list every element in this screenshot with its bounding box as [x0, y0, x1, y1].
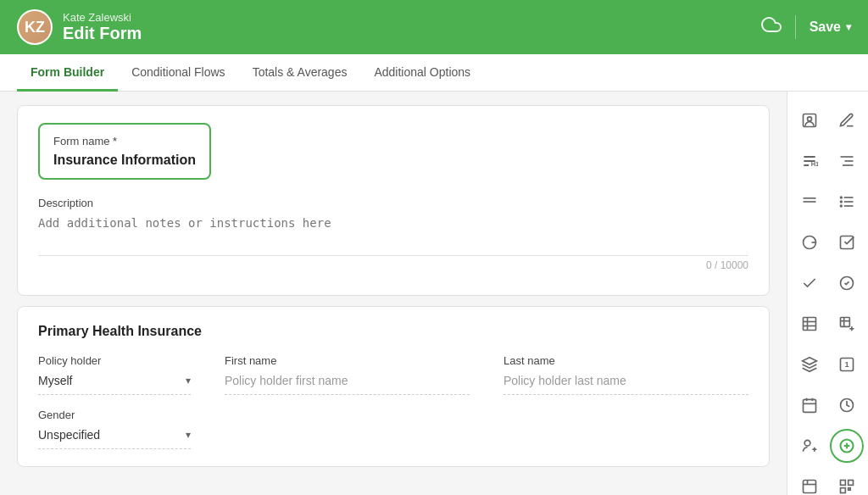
main-layout: Form name * Insurance Information Descri…: [0, 92, 868, 495]
sidebar-row-7: 1: [793, 346, 864, 383]
last-name-input[interactable]: Policy holder last name: [504, 374, 748, 395]
number-icon-button[interactable]: 1: [830, 348, 864, 381]
list-icon-button[interactable]: [830, 185, 864, 219]
tab-totals-averages[interactable]: Totals & Averages: [239, 55, 361, 92]
align-right-icon-button[interactable]: [830, 144, 864, 178]
gender-dropdown[interactable]: Unspecified ▾: [38, 428, 191, 449]
content-area: Form name * Insurance Information Descri…: [0, 92, 787, 495]
sidebar-row-1: [793, 102, 864, 139]
sidebar-row-6: [793, 305, 864, 342]
svg-point-11: [840, 197, 842, 198]
svg-point-34: [804, 440, 810, 446]
header: KZ Kate Zalewski Edit Form Save ▾: [0, 0, 868, 54]
form-row-2: Gender Unspecified ▾: [38, 409, 748, 449]
chevron-down-icon: ▾: [186, 429, 191, 441]
sidebar-row-4: [793, 224, 864, 261]
person-add-icon-button[interactable]: [793, 429, 826, 463]
last-name-label: Last name: [504, 354, 748, 367]
svg-point-12: [840, 201, 842, 203]
header-text: Kate Zalewski Edit Form: [63, 11, 142, 43]
clock-icon-button[interactable]: [830, 388, 864, 422]
radio-icon-button[interactable]: [793, 225, 826, 259]
form-name-value: Insurance Information: [53, 153, 196, 168]
checkbox-icon-button[interactable]: [830, 225, 864, 259]
first-name-field: First name Policy holder first name: [225, 354, 470, 395]
svg-rect-18: [803, 318, 815, 331]
heading-icon-button[interactable]: H1: [793, 144, 826, 178]
sidebar-row-9: [793, 427, 864, 464]
save-button[interactable]: Save ▾: [810, 19, 851, 35]
check-circle-icon-button[interactable]: [793, 266, 826, 300]
cloud-icon: [761, 18, 782, 39]
form-row-1: Policy holder Myself ▾ First name Policy…: [38, 354, 748, 395]
policy-holder-dropdown[interactable]: Myself ▾: [38, 374, 191, 395]
plus-circle-icon-button[interactable]: [830, 429, 864, 463]
person-icon-button[interactable]: [793, 103, 826, 137]
calendar-icon-button[interactable]: [793, 388, 826, 422]
last-name-placeholder: Policy holder last name: [504, 374, 626, 387]
svg-rect-22: [840, 318, 849, 327]
header-left: KZ Kate Zalewski Edit Form: [17, 9, 142, 45]
first-name-label: First name: [225, 354, 470, 367]
check-circle-2-icon-button[interactable]: [830, 266, 864, 300]
sidebar-row-3: [793, 183, 864, 220]
avatar-image: KZ: [19, 11, 51, 43]
last-name-field: Last name Policy holder last name: [504, 354, 748, 395]
sidebar-row-5: [793, 264, 864, 302]
tab-form-builder[interactable]: Form Builder: [17, 55, 118, 92]
svg-text:1: 1: [844, 360, 849, 369]
user-name: Kate Zalewski: [63, 11, 142, 24]
divider-icon-button[interactable]: [793, 185, 826, 219]
svg-rect-46: [848, 488, 850, 491]
description-section: Description 0 / 10000: [38, 197, 748, 271]
header-right: Save ▾: [761, 14, 851, 40]
header-divider: [795, 15, 796, 39]
chevron-down-icon: ▾: [846, 21, 851, 33]
svg-point-13: [840, 205, 842, 207]
qr-icon-button[interactable]: [830, 470, 864, 495]
section-title: Primary Health Insurance: [38, 324, 748, 339]
policy-holder-field: Policy holder Myself ▾: [38, 354, 191, 395]
section-card: Primary Health Insurance Policy holder M…: [17, 306, 770, 467]
gender-field: Gender Unspecified ▾: [38, 409, 191, 449]
avatar: KZ: [17, 9, 53, 45]
cloud-button[interactable]: [761, 14, 782, 40]
svg-text:H1: H1: [810, 160, 817, 168]
form-name-section[interactable]: Form name * Insurance Information: [38, 123, 211, 180]
policy-holder-value: Myself: [38, 374, 72, 387]
svg-point-1: [807, 117, 811, 121]
form-card: Form name * Insurance Information Descri…: [17, 105, 770, 296]
form-name-label: Form name *: [53, 135, 196, 147]
description-input[interactable]: [38, 216, 748, 243]
data-icon-button[interactable]: [793, 348, 826, 381]
description-divider: [38, 255, 748, 256]
page-title: Edit Form: [63, 24, 142, 43]
svg-rect-40: [803, 481, 815, 493]
svg-rect-16: [840, 236, 853, 249]
first-name-placeholder: Policy holder first name: [225, 374, 348, 387]
tab-additional-options[interactable]: Additional Options: [360, 55, 484, 92]
table-add-icon-button[interactable]: [830, 307, 864, 341]
svg-rect-45: [840, 488, 845, 493]
sidebar-row-10: [793, 468, 864, 495]
char-count: 0 / 10000: [38, 259, 748, 271]
first-name-input[interactable]: Policy holder first name: [225, 374, 470, 395]
sidebar-row-8: [793, 387, 864, 424]
policy-holder-label: Policy holder: [38, 354, 191, 367]
svg-rect-44: [848, 481, 853, 486]
description-label: Description: [38, 197, 748, 209]
tab-conditional-flows[interactable]: Conditional Flows: [118, 55, 239, 92]
sidebar-row-2: H1: [793, 142, 864, 180]
pen-icon-button[interactable]: [830, 103, 864, 137]
svg-rect-43: [840, 481, 845, 486]
save-label: Save: [810, 19, 841, 35]
sidebar: H1: [787, 92, 868, 495]
gender-value: Unspecified: [38, 428, 100, 442]
svg-rect-29: [803, 399, 815, 412]
gender-label: Gender: [38, 409, 191, 421]
table-icon-button[interactable]: [793, 307, 826, 341]
tabs-bar: Form Builder Conditional Flows Totals & …: [0, 54, 868, 92]
contact-icon-button[interactable]: [793, 470, 826, 495]
chevron-down-icon: ▾: [186, 375, 191, 387]
